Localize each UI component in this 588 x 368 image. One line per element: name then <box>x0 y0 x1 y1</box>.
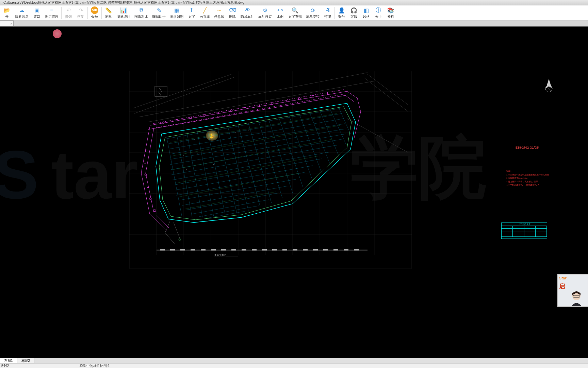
window-icon: ▣ <box>33 6 40 14</box>
svg-rect-118 <box>282 249 287 250</box>
ratio-button[interactable]: A:B比例 <box>274 6 286 20</box>
hide-anno-button[interactable]: 👁隐藏标注 <box>239 6 256 20</box>
text-button[interactable]: T文字 <box>185 6 198 20</box>
stats-button[interactable]: 📊测量统计 <box>115 6 132 20</box>
layout-tab-1[interactable]: 布局1 <box>0 358 17 363</box>
svg-rect-114 <box>242 249 246 250</box>
svg-rect-107 <box>170 249 175 250</box>
undo-button[interactable]: ↶撤销 <box>62 6 75 20</box>
recognize-label: 图形识别 <box>170 14 183 19</box>
delete-label: 删除 <box>229 14 236 19</box>
line-label: 画直线 <box>200 14 210 19</box>
svg-text:+: + <box>213 164 214 165</box>
find-text-icon: 🔍 <box>291 6 299 14</box>
svg-line-24 <box>148 81 374 122</box>
svg-line-58 <box>175 166 313 190</box>
layers-button[interactable]: ≡图层管理 <box>43 6 61 20</box>
measure-button[interactable]: 📏测量 <box>102 6 115 20</box>
svg-rect-115 <box>252 249 257 250</box>
svg-text:+: + <box>208 136 209 138</box>
open-button[interactable]: 📂开 <box>1 6 13 20</box>
drawing-canvas[interactable]: S tar 学院 ✋ <box>0 27 588 358</box>
print-label: 打印 <box>324 14 331 19</box>
title-bar: - C:\Users\789\Desktop\烦死人的方格网土石方计算，你怕了吗… <box>0 0 588 5</box>
about-icon: ⓘ <box>375 6 382 14</box>
svg-text:+: + <box>194 139 195 140</box>
anno-set-button[interactable]: ⚙标注设置 <box>256 6 274 20</box>
svg-text:+: + <box>248 129 249 131</box>
close-icon[interactable]: × <box>11 21 12 27</box>
stats-label: 测量统计 <box>117 14 130 19</box>
anno-set-label: 标注设置 <box>258 14 272 19</box>
edit-helper-button[interactable]: ✎编辑助手 <box>150 6 168 20</box>
svg-line-56 <box>173 152 330 180</box>
recognize-button[interactable]: ▦图形识别 <box>168 6 185 20</box>
svg-line-86 <box>173 139 333 170</box>
cad-drawing: +++ +++ +++ +++ <box>129 71 412 269</box>
drawing-notes: 说明：1.本图依据甲方提供原始地形图及设计标高绘制2.方格网尺寸20m×20m3… <box>506 170 557 217</box>
account-button[interactable]: 👤账号 <box>336 6 348 20</box>
svg-line-73 <box>238 125 260 207</box>
cloud-icon: ☁ <box>18 6 26 14</box>
edit-helper-icon: ✎ <box>155 6 163 14</box>
compare-button[interactable]: ⧉图纸对比 <box>132 6 150 20</box>
svg-text:+: + <box>210 150 211 152</box>
svg-rect-110 <box>201 249 206 250</box>
title-text: - C:\Users\789\Desktop\烦死人的方格网土石方计算，你怕了吗… <box>1 1 245 4</box>
layout-tab-2[interactable]: 布局2 <box>17 358 35 363</box>
about-button[interactable]: ⓘ关于 <box>372 6 385 20</box>
print-button[interactable]: 🖨打印 <box>322 6 334 20</box>
layout-tab-bar: 布局1 布局2 <box>0 358 588 363</box>
line-button[interactable]: ╱画直线 <box>198 6 212 20</box>
svg-text:+: + <box>183 155 184 156</box>
svg-point-42 <box>145 150 147 152</box>
hide-anno-label: 隐藏标注 <box>241 14 254 19</box>
svg-point-41 <box>147 138 149 140</box>
find-text-button[interactable]: 🔍文字查找 <box>286 6 304 20</box>
webcam-logo: Star <box>558 275 588 281</box>
status-bar: 5442 模型中的标注比例:1 <box>0 363 588 368</box>
svg-line-83 <box>339 107 350 134</box>
document-tab[interactable]: × <box>0 20 14 26</box>
svg-text:+: + <box>199 166 200 168</box>
svg-line-27 <box>347 119 408 153</box>
cloud-button[interactable]: ☁快看云盘 <box>13 6 31 20</box>
svg-rect-108 <box>180 249 185 250</box>
rotate-icon: ⟳ <box>309 6 316 14</box>
ratio-icon: A:B <box>276 6 284 14</box>
svg-line-61 <box>182 186 288 205</box>
freeline-button[interactable]: ～任意线 <box>212 6 226 20</box>
rotate-button[interactable]: ⟳屏幕旋转 <box>304 6 322 20</box>
svg-point-32 <box>217 112 219 114</box>
svg-point-30 <box>190 117 192 119</box>
svg-text:+: + <box>221 134 222 136</box>
print-icon: 🖨 <box>324 6 331 14</box>
svg-line-84 <box>170 113 337 142</box>
style-button[interactable]: ◧风格 <box>360 6 372 20</box>
svg-line-89 <box>185 192 276 209</box>
svg-line-25 <box>364 78 408 112</box>
support-icon: 🎧 <box>350 6 358 14</box>
data-button[interactable]: 📚资料 <box>385 6 397 20</box>
watermark: S <box>0 136 38 214</box>
measure-icon: 📏 <box>105 6 112 14</box>
support-button[interactable]: 🎧客服 <box>348 6 360 20</box>
edit-helper-label: 编辑助手 <box>152 14 166 19</box>
layers-icon: ≡ <box>48 6 55 14</box>
line-icon: ╱ <box>201 6 209 14</box>
about-label: 关于 <box>375 14 382 19</box>
svg-point-126 <box>179 239 181 241</box>
measure-label: 测量 <box>105 14 112 19</box>
delete-button[interactable]: ⌫删除 <box>226 6 239 20</box>
freeline-label: 任意线 <box>214 14 224 19</box>
vip-button[interactable]: VIP会员 <box>88 6 101 20</box>
webcam-overlay: Star 启 <box>557 274 588 307</box>
window-button[interactable]: ▣窗口 <box>31 6 43 20</box>
svg-rect-120 <box>303 249 308 250</box>
undo-icon: ↶ <box>65 6 72 14</box>
svg-line-22 <box>134 77 235 113</box>
text-label: 文字 <box>188 14 195 19</box>
ratio-label: 比例 <box>277 14 283 19</box>
data-label: 资料 <box>387 14 394 19</box>
redo-button[interactable]: ↷恢复 <box>75 6 87 20</box>
